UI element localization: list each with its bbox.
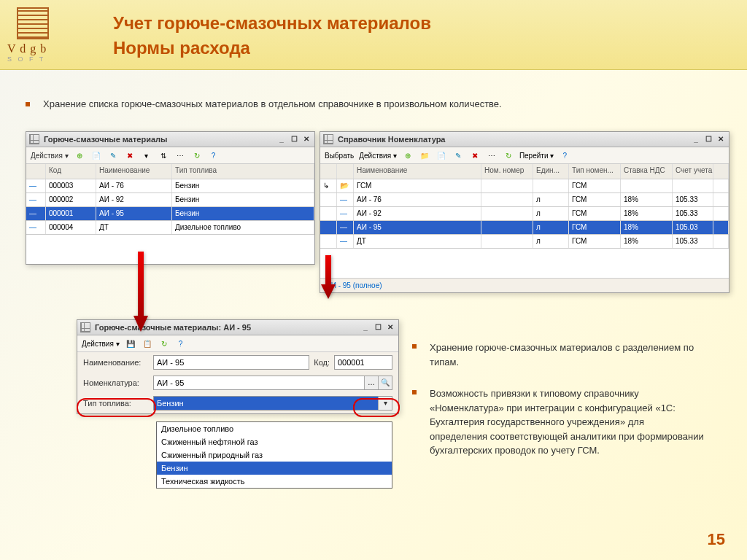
side-bullet: Возможность привязки к типовому справочн…: [412, 386, 704, 458]
add-icon[interactable]: ⊕: [400, 149, 415, 161]
window-icon: [29, 134, 39, 144]
goto-menu[interactable]: Перейти ▾: [518, 149, 555, 161]
arrow-icon: [321, 255, 336, 295]
search-icon[interactable]: 🔍: [378, 376, 392, 389]
help-icon[interactable]: ?: [557, 149, 572, 161]
maximize-icon[interactable]: ☐: [373, 322, 383, 332]
minimize-icon[interactable]: _: [691, 134, 701, 144]
actions-menu[interactable]: Действия ▾: [80, 338, 121, 349]
table-row[interactable]: ― АИ - 92 лГСМ 18%105.33: [320, 207, 729, 221]
window-nomenclature: Справочник Номенклатура _ ☐ ✕ Выбрать Де…: [320, 131, 729, 293]
table-row-selected[interactable]: ― АИ - 95 лГСМ 18%105.03: [320, 221, 729, 235]
window-gsm-list: Горюче-смазочные материалы _ ☐ ✕ Действи…: [26, 131, 315, 265]
actions-menu[interactable]: Действия ▾: [29, 149, 70, 161]
window-title: Горюче-смазочные материалы: [44, 135, 167, 144]
close-icon[interactable]: ✕: [301, 134, 311, 144]
window-gsm-item: Горюче-смазочные материалы: АИ - 95 _ ☐ …: [77, 319, 399, 414]
table-header: Код Наименование Тип топлива: [26, 164, 314, 179]
dropdown-option[interactable]: Сжиженный природный газ: [157, 448, 392, 462]
page-subtitle: Нормы расхода: [113, 38, 431, 58]
label-name: Наименование:: [83, 358, 149, 367]
dropdown-option[interactable]: Техническая жидкость: [157, 475, 392, 488]
status-bar: АИ - 95 (полное): [320, 278, 729, 292]
actions-menu[interactable]: Действия ▾: [357, 149, 398, 161]
dropdown-icon[interactable]: ▾: [378, 397, 392, 410]
window-title: Горюче-смазочные материалы: АИ - 95: [95, 323, 251, 332]
select-button[interactable]: Выбрать: [323, 149, 355, 161]
fuel-type-field[interactable]: Бензин ▾: [153, 396, 392, 411]
label-code: Код:: [314, 358, 330, 367]
refresh-icon[interactable]: ↻: [501, 149, 516, 161]
fuel-type-dropdown: Дизельное топливо Сжиженный нефтяной газ…: [156, 421, 392, 489]
label-fuel-type: Тип топлива:: [83, 399, 149, 408]
edit-icon[interactable]: 📄: [434, 149, 449, 161]
minimize-icon[interactable]: _: [360, 322, 371, 332]
logo-icon: [17, 7, 49, 39]
edit-icon[interactable]: 📄: [89, 149, 104, 161]
dropdown-option[interactable]: Дизельное топливо: [157, 422, 392, 435]
code-field[interactable]: 000001: [334, 355, 392, 370]
dropdown-option[interactable]: Сжиженный нефтяной газ: [157, 435, 392, 448]
page-title: Учет горюче-смазочных материалов: [113, 13, 431, 34]
delete-icon[interactable]: ✖: [123, 149, 137, 161]
table-row[interactable]: ― АИ - 76 лГСМ 18%105.33: [320, 193, 729, 207]
table-row[interactable]: ― 000003 АИ - 76 Бензин: [26, 179, 314, 193]
label-nomenclature: Номенклатура:: [83, 378, 149, 387]
delete-icon[interactable]: ✖: [468, 149, 482, 161]
logo: V d g b S O F T: [7, 7, 58, 63]
folder-icon[interactable]: 📁: [417, 149, 432, 161]
more-icon[interactable]: ⋯: [173, 149, 187, 161]
sort-icon[interactable]: ⇅: [156, 149, 171, 161]
table-row[interactable]: ― 000002 АИ - 92 Бензин: [26, 193, 314, 207]
filter-icon[interactable]: ▾: [139, 149, 154, 161]
help-icon[interactable]: ?: [206, 149, 221, 161]
more-icon[interactable]: ⋯: [484, 149, 499, 161]
picker-icon[interactable]: …: [364, 376, 378, 389]
bullet-text: Возможность привязки к типовому справочн…: [430, 386, 704, 458]
refresh-icon[interactable]: ↻: [157, 338, 171, 349]
bullet-text: Хранение горюче-смазочных материалов с р…: [430, 341, 704, 369]
table-row-selected[interactable]: ― 000001 АИ - 95 Бензин: [26, 207, 314, 221]
help-icon[interactable]: ?: [174, 338, 188, 349]
add-icon[interactable]: ⊕: [72, 149, 87, 161]
side-bullet: Хранение горюче-смазочных материалов с р…: [412, 341, 704, 369]
save-icon[interactable]: 💾: [123, 338, 138, 349]
close-icon[interactable]: ✕: [385, 322, 395, 332]
name-field[interactable]: АИ - 95: [153, 355, 309, 370]
window-icon: [323, 134, 333, 144]
table-row[interactable]: ― ДТ лГСМ 18%105.33: [320, 235, 729, 249]
intro-bullet: Хранение списка горюче-смазочных материа…: [26, 98, 725, 109]
refresh-icon[interactable]: ↻: [190, 149, 204, 161]
nomenclature-field[interactable]: АИ - 95 … 🔍: [153, 376, 392, 390]
pencil-icon[interactable]: ✎: [106, 149, 120, 161]
dropdown-option-selected[interactable]: Бензин: [157, 462, 392, 475]
arrow-icon: [133, 252, 148, 324]
copy-icon[interactable]: 📋: [140, 338, 155, 349]
pencil-icon[interactable]: ✎: [451, 149, 465, 161]
close-icon[interactable]: ✕: [716, 134, 726, 144]
page-number: 15: [708, 530, 725, 549]
logo-sub: S O F T: [7, 55, 58, 63]
logo-text: V d g b: [7, 42, 58, 55]
table-row[interactable]: ― 000004 ДТ Дизельное топливо: [26, 221, 314, 235]
minimize-icon[interactable]: _: [276, 134, 287, 144]
maximize-icon[interactable]: ☐: [289, 134, 299, 144]
maximize-icon[interactable]: ☐: [703, 134, 713, 144]
window-icon: [80, 322, 90, 332]
intro-text: Хранение списка горюче-смазочных материа…: [43, 98, 502, 109]
table-row-folder[interactable]: ↳ 📂 ГСМ ГСМ: [320, 179, 729, 193]
window-title: Справочник Номенклатура: [338, 135, 445, 144]
table-header: Наименование Ном. номер Един... Тип номе…: [320, 164, 729, 179]
